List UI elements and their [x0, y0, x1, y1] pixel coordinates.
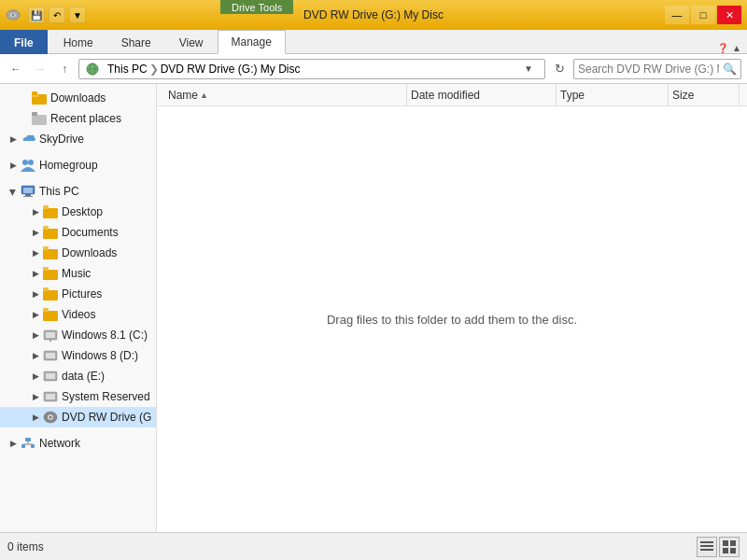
svg-rect-51: [723, 548, 728, 553]
svg-point-31: [49, 340, 51, 342]
minimize-button[interactable]: —: [665, 6, 689, 24]
sidebar-item-pictures[interactable]: ▶ Pictures: [0, 284, 156, 304]
forward-button[interactable]: →: [30, 59, 50, 79]
back-button[interactable]: ←: [6, 59, 26, 79]
col-header-name[interactable]: Name ▲: [164, 84, 407, 105]
tab-manage[interactable]: Manage: [218, 30, 286, 54]
sidebar-item-win81[interactable]: ▶ Windows 8.1 (C:): [0, 325, 156, 345]
sidebar-item-videos[interactable]: ▶ Videos: [0, 304, 156, 325]
sidebar-arrow-music: ▶: [30, 269, 41, 278]
empty-folder-message: Drag files to this folder to add them to…: [157, 106, 747, 532]
svg-rect-24: [43, 267, 49, 271]
close-button[interactable]: ✕: [717, 6, 741, 24]
sidebar-item-dvd[interactable]: ▶ DVD RW Drive (G: [0, 407, 156, 427]
tab-share[interactable]: Share: [107, 30, 165, 54]
sidebar-item-win8[interactable]: ▶ Windows 8 (D:): [0, 345, 156, 366]
svg-rect-28: [43, 308, 49, 312]
sidebar-item-recent[interactable]: Recent places: [0, 108, 156, 129]
sidebar-icon-win81: [43, 328, 58, 343]
svg-rect-50: [730, 540, 736, 546]
sidebar-arrow-homegroup: ▶: [7, 161, 19, 170]
sidebar-arrow-win81: ▶: [30, 330, 41, 340]
status-bar: 0 items: [0, 532, 747, 560]
sidebar-icon-data: [43, 369, 58, 384]
col-header-size[interactable]: Size: [669, 84, 740, 105]
content-area: Name ▲ Date modified Type Size Drag file…: [157, 84, 747, 532]
sidebar-arrow-pictures: ▶: [30, 289, 41, 299]
sidebar-item-documents[interactable]: ▶ Documents: [0, 222, 156, 243]
sidebar-item-skydrive[interactable]: ▶ SkyDrive: [0, 129, 156, 149]
sidebar-arrow-network: ▶: [7, 439, 19, 448]
qat-undo-button[interactable]: ↶: [49, 7, 65, 23]
up-button[interactable]: ↑: [54, 59, 75, 79]
ribbon-right-controls: ❓ ▲: [717, 43, 747, 53]
svg-rect-42: [21, 444, 25, 448]
refresh-button[interactable]: ↻: [549, 59, 570, 79]
address-field[interactable]: This PC ❯ DVD RW Drive (G:) My Disc ▼: [78, 59, 545, 79]
sidebar-item-thispc[interactable]: ▶ This PC: [0, 181, 156, 202]
sidebar-icon-documents: [43, 225, 58, 240]
breadcrumb-drive[interactable]: DVD RW Drive (G:) My Disc: [161, 63, 301, 76]
sidebar-arrow-desktop: ▶: [30, 207, 41, 217]
breadcrumb-sep-1: ❯: [149, 63, 159, 76]
sidebar-label-documents: Documents: [62, 226, 119, 239]
sidebar-label-videos: Videos: [62, 308, 95, 321]
address-dropdown-icon[interactable]: ▼: [524, 63, 539, 74]
svg-rect-10: [32, 112, 37, 116]
qat-save-button[interactable]: 💾: [28, 7, 45, 23]
sidebar-label-downloads2: Downloads: [62, 246, 117, 259]
svg-rect-33: [46, 353, 55, 358]
svg-point-40: [49, 416, 51, 418]
svg-rect-8: [32, 91, 37, 95]
col-header-date[interactable]: Date modified: [407, 84, 557, 105]
sidebar: Downloads Recent places ▶ SkyDrive ▶: [0, 84, 157, 532]
large-icons-view-button[interactable]: [719, 537, 740, 557]
tab-file[interactable]: File: [0, 30, 48, 54]
ribbon-help-icon[interactable]: ❓: [717, 43, 728, 53]
contextual-group-label: Drive Tools: [220, 0, 293, 14]
sidebar-icon-homegroup: [21, 158, 35, 173]
sidebar-item-desktop[interactable]: ▶ Desktop: [0, 202, 156, 222]
svg-rect-14: [23, 188, 33, 193]
sidebar-icon-sysreserved: [43, 389, 58, 404]
sidebar-item-homegroup[interactable]: ▶ Homegroup: [0, 155, 156, 175]
maximize-button[interactable]: □: [691, 6, 715, 24]
sidebar-arrow-videos: ▶: [30, 310, 41, 319]
ribbon-collapse-icon[interactable]: ▲: [732, 43, 741, 53]
col-header-type[interactable]: Type: [557, 84, 669, 105]
sidebar-icon-thispc: [21, 184, 35, 199]
svg-rect-15: [25, 194, 31, 196]
svg-rect-47: [700, 545, 713, 547]
sidebar-icon-dvd: [43, 410, 58, 425]
title-bar-left: 💾 ↶ ▼: [6, 7, 86, 23]
sidebar-arrow-documents: ▶: [30, 228, 41, 237]
sidebar-icon-skydrive: [21, 132, 35, 147]
sidebar-label-recent: Recent places: [50, 112, 121, 125]
svg-rect-35: [46, 373, 55, 379]
svg-rect-46: [700, 541, 713, 543]
tab-home[interactable]: Home: [49, 30, 107, 54]
tab-view[interactable]: View: [165, 30, 218, 54]
ribbon-tabs: File Home Share View Manage ❓ ▲: [0, 30, 747, 54]
sidebar-label-thispc: This PC: [39, 185, 79, 198]
sidebar-label-sysreserved: System Reserved: [62, 390, 150, 403]
app-icon: [6, 7, 21, 22]
sidebar-item-downloads[interactable]: Downloads: [0, 88, 156, 108]
svg-rect-23: [43, 270, 58, 280]
details-view-button[interactable]: [697, 537, 717, 557]
title-bar: 💾 ↶ ▼ Drive Tools DVD RW Drive (G:) My D…: [0, 0, 747, 30]
breadcrumb: This PC ❯ DVD RW Drive (G:) My Disc: [107, 63, 520, 76]
sidebar-item-network[interactable]: ▶ Network: [0, 433, 156, 454]
sidebar-icon-desktop: [43, 204, 58, 219]
sidebar-item-music[interactable]: ▶ Music: [0, 263, 156, 284]
breadcrumb-thispc[interactable]: This PC: [107, 63, 148, 76]
sidebar-item-data[interactable]: ▶ data (E:): [0, 366, 156, 386]
sidebar-label-homegroup: Homegroup: [39, 159, 98, 172]
svg-rect-25: [43, 290, 58, 301]
address-globe-icon: [85, 62, 100, 77]
sidebar-item-downloads2[interactable]: ▶ Downloads: [0, 243, 156, 263]
qat-customize-button[interactable]: ▼: [69, 7, 86, 23]
search-box[interactable]: 🔍: [573, 59, 741, 79]
search-input[interactable]: [578, 63, 719, 76]
sidebar-item-sysreserved[interactable]: ▶ System Reserved: [0, 386, 156, 407]
